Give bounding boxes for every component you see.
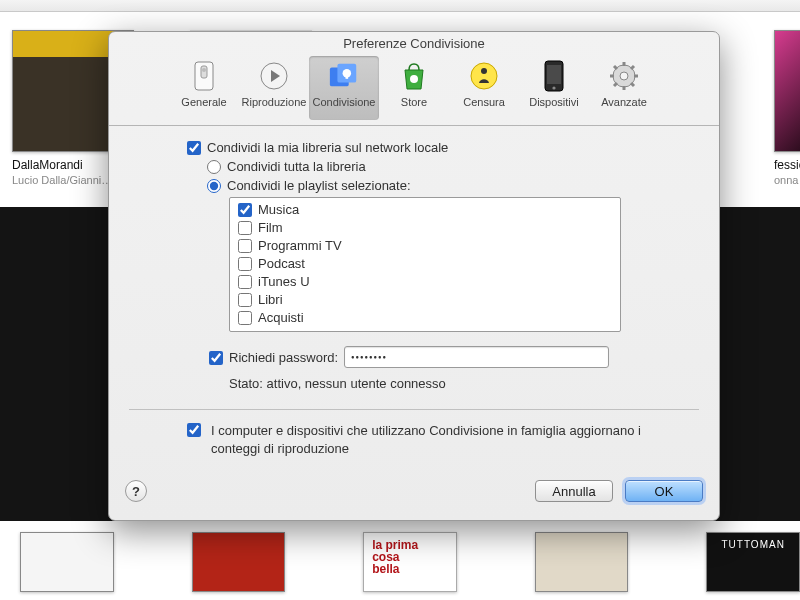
app-topbar: [0, 0, 800, 12]
svg-point-13: [552, 86, 555, 89]
album-cover[interactable]: [535, 532, 629, 592]
tab-parental[interactable]: Censura: [449, 56, 519, 120]
preferences-toolbar: Generale Riproduzione Condivisione Store…: [109, 56, 719, 126]
playlist-checkbox[interactable]: [238, 221, 252, 235]
dialog-title: Preferenze Condivisione: [109, 32, 719, 56]
list-item[interactable]: Libri: [230, 290, 620, 308]
share-selected-label: Condividi le playlist selezionate:: [227, 178, 411, 193]
svg-rect-7: [346, 71, 349, 79]
password-row: Richiedi password:: [209, 346, 699, 368]
require-password-label: Richiedi password:: [229, 350, 338, 365]
list-item[interactable]: Programmi TV: [230, 236, 620, 254]
sharing-icon: [328, 60, 360, 92]
share-library-checkbox[interactable]: [187, 141, 201, 155]
tab-advanced[interactable]: Avanzate: [589, 56, 659, 120]
device-icon: [538, 60, 570, 92]
playlist-label: iTunes U: [258, 274, 310, 289]
tab-label: Store: [401, 96, 427, 108]
svg-point-10: [481, 68, 487, 74]
share-all-row: Condividi tutta la libreria: [207, 159, 699, 174]
svg-line-20: [614, 66, 617, 69]
svg-point-8: [410, 75, 418, 83]
share-all-label: Condividi tutta la libreria: [227, 159, 366, 174]
album-cover: [774, 30, 800, 152]
playlist-checkbox[interactable]: [238, 257, 252, 271]
album-title: fessions on: [774, 158, 800, 172]
list-item[interactable]: Film: [230, 218, 620, 236]
list-item[interactable]: Podcast: [230, 254, 620, 272]
bag-icon: [398, 60, 430, 92]
playlist-checkbox[interactable]: [238, 239, 252, 253]
require-password-checkbox[interactable]: [209, 351, 223, 365]
tab-store[interactable]: Store: [379, 56, 449, 120]
tab-sharing[interactable]: Condivisione: [309, 56, 379, 120]
album-item[interactable]: fessions on onna: [774, 30, 800, 186]
divider: [129, 409, 699, 410]
switch-icon: [188, 60, 220, 92]
album-subtitle: onna: [774, 174, 800, 186]
playlist-checkbox[interactable]: [238, 293, 252, 307]
dialog-content: Condividi la mia libreria sul network lo…: [129, 132, 699, 462]
playlist-label: Programmi TV: [258, 238, 342, 253]
svg-line-23: [631, 66, 634, 69]
album-row-bottom: la primacosabella TUTTOMAN: [0, 532, 800, 592]
album-cover[interactable]: TUTTOMAN: [706, 532, 800, 592]
svg-point-2: [202, 68, 206, 72]
tab-devices[interactable]: Dispositivi: [519, 56, 589, 120]
list-item[interactable]: Musica: [230, 200, 620, 218]
password-input[interactable]: [344, 346, 609, 368]
help-button[interactable]: ?: [125, 480, 147, 502]
play-icon: [258, 60, 290, 92]
playlist-checkbox[interactable]: [238, 203, 252, 217]
list-item[interactable]: Acquisti: [230, 308, 620, 326]
gear-icon: [608, 60, 640, 92]
playlist-listbox[interactable]: Musica Film Programmi TV Podcast iTunes …: [229, 197, 621, 332]
share-selected-row: Condividi le playlist selezionate:: [207, 178, 699, 193]
svg-line-22: [614, 83, 617, 86]
tab-label: Condivisione: [313, 96, 376, 108]
album-cover[interactable]: [192, 532, 286, 592]
playlist-label: Musica: [258, 202, 299, 217]
home-sharing-label: I computer e dispositivi che utilizzano …: [211, 422, 641, 457]
list-item[interactable]: iTunes U: [230, 272, 620, 290]
tab-label: Censura: [463, 96, 505, 108]
share-selected-radio[interactable]: [207, 179, 221, 193]
tab-label: Dispositivi: [529, 96, 579, 108]
album-cover-text: la primacosabella: [372, 539, 418, 575]
home-sharing-checkbox[interactable]: [187, 423, 201, 437]
share-library-label: Condividi la mia libreria sul network lo…: [207, 140, 448, 155]
share-all-radio[interactable]: [207, 160, 221, 174]
status-text: Stato: attivo, nessun utente connesso: [229, 376, 699, 391]
playlist-label: Acquisti: [258, 310, 304, 325]
album-cover[interactable]: la primacosabella: [363, 532, 457, 592]
playlist-checkbox[interactable]: [238, 311, 252, 325]
tab-label: Generale: [181, 96, 226, 108]
home-sharing-row: I computer e dispositivi che utilizzano …: [187, 422, 699, 457]
parental-icon: [468, 60, 500, 92]
svg-point-15: [620, 72, 628, 80]
playlist-label: Podcast: [258, 256, 305, 271]
dialog-footer: ? Annulla OK: [125, 476, 703, 506]
share-library-row: Condividi la mia libreria sul network lo…: [187, 140, 699, 155]
tab-general[interactable]: Generale: [169, 56, 239, 120]
playlist-label: Libri: [258, 292, 283, 307]
svg-point-9: [471, 63, 497, 89]
album-cover[interactable]: [20, 532, 114, 592]
ok-button[interactable]: OK: [625, 480, 703, 502]
preferences-dialog: Preferenze Condivisione Generale Riprodu…: [108, 31, 720, 521]
playlist-label: Film: [258, 220, 283, 235]
cancel-button[interactable]: Annulla: [535, 480, 613, 502]
question-icon: ?: [132, 484, 140, 499]
tab-playback[interactable]: Riproduzione: [239, 56, 309, 120]
svg-line-21: [631, 83, 634, 86]
svg-rect-12: [547, 65, 561, 84]
tab-label: Avanzate: [601, 96, 647, 108]
tab-label: Riproduzione: [242, 96, 307, 108]
playlist-checkbox[interactable]: [238, 275, 252, 289]
